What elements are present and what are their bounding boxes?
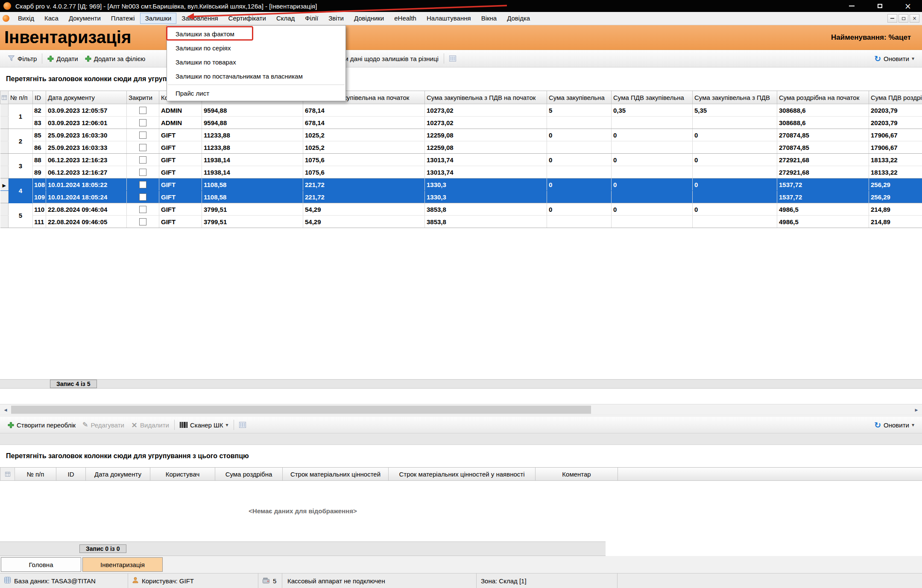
cell-vat-start[interactable]: 221,72 — [303, 178, 425, 191]
cell-purch[interactable]: 0 — [547, 154, 612, 166]
add-button[interactable]: Додати — [44, 52, 81, 65]
cell-user[interactable]: ADMIN — [159, 104, 202, 117]
cell-date[interactable]: 25.09.2023 16:03:33 — [46, 141, 127, 154]
cell-purch-vat-start[interactable]: 3853,8 — [425, 216, 547, 228]
table-row[interactable]: 83 03.09.2023 12:06:01 ADMIN 9594,88 678… — [0, 117, 922, 129]
menu-item-zalyshky-po-postachalnykam[interactable]: Залишки по постачальникам та власникам — [167, 69, 345, 83]
col-user[interactable]: Користувач — [150, 468, 215, 481]
cell-user[interactable]: GIFT — [159, 178, 202, 191]
cell-id[interactable]: 110 — [33, 203, 46, 216]
cell-group-number[interactable]: 4 — [9, 178, 33, 203]
cell-purch[interactable] — [547, 166, 612, 178]
cell-group-number[interactable]: 3 — [9, 154, 33, 178]
cell-retail-vat-start[interactable]: 17906,67 — [869, 141, 922, 154]
cell-purch-vat-start[interactable]: 13013,74 — [425, 166, 547, 178]
refresh-button-secondary[interactable]: ↻ Оновити ▾ — [871, 418, 918, 431]
cell-closed[interactable] — [127, 104, 159, 117]
barcode-scanner-button[interactable]: Сканер ШК ▾ — [176, 418, 232, 431]
cell-retail-start[interactable]: 308688,6 — [777, 104, 869, 117]
cell-id[interactable]: 88 — [33, 154, 46, 166]
closed-checkbox[interactable] — [139, 132, 146, 139]
cell-purch-vat[interactable]: 5,35 — [693, 104, 777, 117]
cell-date[interactable]: 25.09.2023 16:03:30 — [46, 129, 127, 141]
cell-purch-start[interactable]: 9594,88 — [202, 104, 303, 117]
cell-retail-start[interactable]: 308688,6 — [777, 117, 869, 129]
cell-vat[interactable] — [612, 216, 693, 228]
col-retail-start[interactable]: Сума роздрібна на початок — [777, 91, 869, 104]
mdi-minimize-button[interactable] — [887, 14, 897, 23]
cell-user[interactable]: GIFT — [159, 203, 202, 216]
cell-purch[interactable] — [547, 117, 612, 129]
cell-retail-vat-start[interactable]: 256,29 — [869, 178, 922, 191]
table-row[interactable]: 111 22.08.2024 09:46:05 GIFT 3799,51 54,… — [0, 216, 922, 228]
cell-purch-start[interactable]: 3799,51 — [202, 203, 303, 216]
cell-vat[interactable]: 0 — [612, 129, 693, 141]
cell-user[interactable]: GIFT — [159, 166, 202, 178]
tab-holovna[interactable]: Головна — [1, 557, 81, 572]
cell-vat-start[interactable]: 1075,6 — [303, 166, 425, 178]
cell-vat-start[interactable]: 678,14 — [303, 104, 425, 117]
table-row[interactable]: 5 110 22.08.2024 09:46:04 GIFT 3799,51 5… — [0, 203, 922, 216]
cell-retail-vat-start[interactable]: 214,89 — [869, 203, 922, 216]
cell-user[interactable]: GIFT — [159, 141, 202, 154]
cell-vat[interactable] — [612, 191, 693, 203]
closed-checkbox[interactable] — [139, 144, 146, 151]
cell-purch[interactable]: 0 — [547, 178, 612, 191]
cell-vat[interactable]: 0 — [612, 178, 693, 191]
column-chooser-button[interactable] — [236, 418, 249, 431]
col-closed[interactable]: Закрити — [127, 91, 159, 104]
cell-purch[interactable] — [547, 191, 612, 203]
cell-id[interactable]: 86 — [33, 141, 46, 154]
cell-retail-start[interactable]: 1537,72 — [777, 178, 869, 191]
scroll-left-button[interactable]: ◀ — [0, 404, 11, 415]
cell-closed[interactable] — [127, 154, 159, 166]
column-chooser-button[interactable] — [446, 52, 460, 65]
cell-id[interactable]: 82 — [33, 104, 46, 117]
tab-inventaryzatsiia[interactable]: Інвентаризація — [82, 557, 163, 572]
col-id[interactable]: ID — [33, 91, 46, 104]
cell-retail-start[interactable]: 270874,85 — [777, 141, 869, 154]
cell-purch-start[interactable]: 11233,88 — [202, 141, 303, 154]
cell-retail-vat-start[interactable]: 256,29 — [869, 191, 922, 203]
delete-button[interactable]: × Видалити — [128, 418, 173, 431]
restore-button[interactable] — [866, 0, 894, 12]
cell-purch-vat[interactable] — [693, 166, 777, 178]
cell-purch-start[interactable]: 11938,14 — [202, 166, 303, 178]
menu-item-prais-lyst[interactable]: Прайс лист — [167, 86, 345, 100]
refresh-button[interactable]: ↻ Оновити ▾ — [871, 52, 918, 65]
cell-id[interactable]: 89 — [33, 166, 46, 178]
menu-vykhid[interactable]: Вихід — [13, 13, 39, 24]
cell-user[interactable]: GIFT — [159, 191, 202, 203]
closed-checkbox[interactable] — [139, 119, 146, 126]
cell-id[interactable]: 111 — [33, 216, 46, 228]
cell-purch[interactable] — [547, 141, 612, 154]
cell-user[interactable]: GIFT — [159, 154, 202, 166]
col-purch[interactable]: Сума закупівельна — [547, 91, 612, 104]
table-row[interactable]: 86 25.09.2023 16:03:33 GIFT 11233,88 102… — [0, 141, 922, 154]
cell-user[interactable]: GIFT — [159, 216, 202, 228]
cell-vat-start[interactable]: 54,29 — [303, 216, 425, 228]
cell-closed[interactable] — [127, 166, 159, 178]
menu-zvity[interactable]: Звіти — [323, 13, 349, 24]
cell-purch-vat[interactable] — [693, 191, 777, 203]
cell-date[interactable]: 22.08.2024 09:46:05 — [46, 216, 127, 228]
mdi-restore-button[interactable] — [899, 14, 908, 23]
cell-purch-vat[interactable] — [693, 141, 777, 154]
cell-purch-vat-start[interactable]: 10273,02 — [425, 104, 547, 117]
cell-group-number[interactable]: 5 — [9, 203, 33, 228]
menu-dokumenty[interactable]: Документи — [64, 13, 106, 24]
col-vat-retail-start[interactable]: Сума ПДВ роздрібна на початок — [869, 91, 922, 104]
cell-closed[interactable] — [127, 117, 159, 129]
cell-purch-vat-start[interactable]: 1330,3 — [425, 178, 547, 191]
cell-vat[interactable]: 0 — [612, 154, 693, 166]
cell-group-number[interactable]: 1 — [9, 104, 33, 129]
cell-closed[interactable] — [127, 141, 159, 154]
menu-vikna[interactable]: Вікна — [476, 13, 502, 24]
mdi-close-button[interactable]: × — [910, 14, 919, 23]
cell-retail-vat-start[interactable]: 214,89 — [869, 216, 922, 228]
cell-group-number[interactable]: 2 — [9, 129, 33, 154]
cell-id[interactable]: 109 — [33, 191, 46, 203]
col-vat-purch[interactable]: Сума ПДВ закупівельна — [612, 91, 693, 104]
menu-platezhi[interactable]: Платежі — [106, 13, 140, 24]
cell-purch-vat-start[interactable]: 12259,08 — [425, 129, 547, 141]
